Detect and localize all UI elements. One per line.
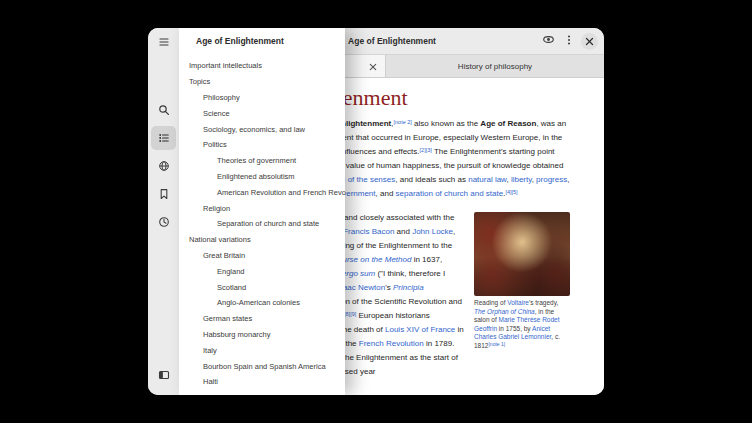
toc-list-icon (158, 132, 170, 144)
toc-item[interactable]: German states (179, 311, 345, 327)
eye-icon (542, 33, 555, 49)
reference-link[interactable]: [note 1] (488, 341, 505, 347)
hamburger-icon (158, 36, 170, 48)
salon-painting-image[interactable] (474, 212, 570, 296)
article-figure: Reading of Voltaire's tragedy, The Orpha… (474, 212, 570, 350)
reference-link[interactable]: [note 2] (394, 119, 412, 125)
reader-eye-button[interactable] (539, 32, 557, 50)
toc-item[interactable]: Philosophy (179, 90, 345, 106)
app-window: Age of Enlightenment (148, 28, 604, 395)
text-run: and (394, 227, 412, 236)
toc-list: Important intellectualsTopicsPhilosophyS… (179, 54, 345, 390)
toc-item[interactable]: Great Britain (179, 248, 345, 264)
text-run: in 1755, by (497, 325, 532, 332)
toc-item[interactable]: Sociology, economics, and law (179, 121, 345, 137)
wiki-link[interactable]: progress (536, 175, 567, 184)
wiki-link[interactable]: Francis Bacon (343, 227, 394, 236)
wiki-link[interactable]: The Orphan of China (474, 308, 535, 315)
toc-item[interactable]: Habsburg monarchy (179, 327, 345, 343)
toc-item[interactable]: Separation of church and state (179, 216, 345, 232)
languages-button[interactable] (151, 154, 176, 178)
toc-item[interactable]: Italy (179, 342, 345, 358)
bookmarks-button[interactable] (151, 182, 176, 206)
toc-item[interactable]: Theories of government (179, 153, 345, 169)
toc-item[interactable]: National variations (179, 232, 345, 248)
toc-item[interactable]: Religion (179, 200, 345, 216)
close-tab-icon (369, 59, 377, 74)
sidebar-rail (148, 28, 180, 395)
toc-item[interactable]: American Revolution and French Revolutio… (179, 184, 345, 200)
history-button[interactable] (151, 210, 176, 234)
search-button[interactable] (151, 98, 176, 122)
tab-close-button[interactable] (367, 60, 379, 72)
table-of-contents-button[interactable] (151, 126, 176, 150)
text-run: also known as the (412, 119, 480, 128)
wiki-link[interactable]: French Revolution (359, 339, 424, 348)
text-run: , (567, 175, 569, 184)
text-run: 's tragedy, (529, 299, 558, 306)
wiki-link[interactable]: John Locke (412, 227, 453, 236)
toc-item[interactable]: Haiti (179, 374, 345, 390)
main-menu-button[interactable] (151, 30, 176, 54)
desktop-background: Age of Enlightenment (0, 0, 752, 423)
reference-link[interactable]: [3] (426, 147, 432, 153)
text-run: Reading of (474, 299, 507, 306)
menu-kebab-button[interactable] (560, 32, 578, 50)
reference-link[interactable]: [9] (350, 311, 356, 317)
toc-item[interactable]: Topics (179, 74, 345, 90)
text-run: Age of Reason (480, 119, 536, 128)
wiki-link[interactable]: separation of church and state (396, 189, 504, 198)
text-run: , and (376, 189, 396, 198)
text-run: , and ideals such as (395, 175, 468, 184)
bookmark-icon (158, 188, 170, 200)
wiki-link[interactable]: Louis XIV of France (385, 325, 455, 334)
toggle-panel-button[interactable] (151, 363, 176, 387)
toc-item[interactable]: Scotland (179, 279, 345, 295)
toc-item[interactable]: Anglo-American colonies (179, 295, 345, 311)
tab-history-of-philosophy[interactable]: History of philosophy (386, 55, 604, 77)
toc-drawer: Age of Enlightenment Important intellect… (179, 28, 345, 395)
search-icon (158, 104, 170, 116)
panel-toggle-icon (158, 369, 170, 381)
reference-link[interactable]: [5] (512, 189, 518, 195)
languages-globe-icon (158, 160, 170, 172)
kebab-icon (563, 34, 575, 49)
tab-label: History of philosophy (458, 62, 532, 71)
close-icon (585, 34, 594, 49)
figure-caption: Reading of Voltaire's tragedy, The Orpha… (474, 299, 570, 350)
toc-item[interactable]: Science (179, 105, 345, 121)
toc-item[interactable]: Politics (179, 137, 345, 153)
text-run: 's (385, 283, 393, 292)
reference-link[interactable]: [2] (420, 147, 426, 153)
wiki-link[interactable]: natural law (468, 175, 506, 184)
close-window-button[interactable] (581, 33, 598, 50)
toc-item[interactable]: Bourbon Spain and Spanish America (179, 358, 345, 374)
wiki-link[interactable]: liberty (511, 175, 532, 184)
toc-panel-title: Age of Enlightenment (179, 28, 345, 54)
toc-item[interactable]: Important intellectuals (179, 58, 345, 74)
toc-item[interactable]: England (179, 263, 345, 279)
reference-link[interactable]: [4] (505, 189, 511, 195)
wiki-link[interactable]: Voltaire (507, 299, 529, 306)
toc-item[interactable]: Enlightened absolutism (179, 169, 345, 185)
clock-icon (158, 216, 170, 228)
